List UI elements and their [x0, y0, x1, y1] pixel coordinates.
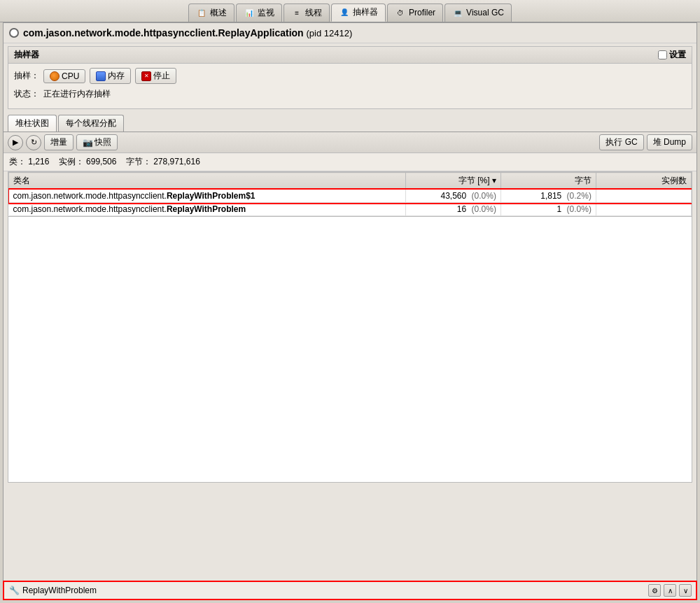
settings-label: 设置	[669, 49, 686, 61]
col-header-bytes[interactable]: 字节	[500, 173, 596, 190]
data-table: 类名 字节 [%] ▾ 字节 实例数 com.jason.net	[8, 172, 692, 216]
row2-name-bold: ReplayWithProblem	[167, 204, 246, 214]
tab-overview[interactable]: 📋 概述	[188, 3, 234, 22]
table-wrapper: 类名 字节 [%] ▾ 字节 实例数 com.jason.net	[8, 171, 692, 217]
instances-value: 699,506	[86, 157, 116, 166]
arrow-down-button[interactable]: ∨	[679, 584, 692, 597]
row1-bytes-pct2: (0.2%)	[567, 191, 592, 201]
col-name-label: 类名	[13, 176, 30, 185]
status-label: 状态：	[14, 88, 39, 100]
tab-threads[interactable]: ≡ 线程	[284, 3, 330, 22]
arrow-up-button[interactable]: ∧	[664, 584, 676, 597]
sampler-icon: 👤	[339, 7, 350, 18]
classes-label: 类：	[9, 157, 26, 166]
bottom-label: ReplayWithProblem	[22, 586, 97, 595]
gc-button[interactable]: 执行 GC	[599, 134, 643, 150]
monitor-icon: 📊	[244, 7, 255, 18]
app-name: com.jason.network.mode.httpasyncclient.R…	[23, 27, 304, 38]
row2-instances	[596, 203, 691, 216]
tab-per-thread[interactable]: 每个线程分配	[58, 115, 124, 132]
row1-name-bold: ReplayWithProblem$1	[167, 191, 255, 201]
tab-heap-histogram[interactable]: 堆柱状图	[8, 115, 57, 132]
col-header-name[interactable]: 类名	[9, 173, 406, 190]
row1-bytes-pct-val: 43,560	[441, 191, 467, 201]
increase-button[interactable]: 增量	[44, 134, 74, 150]
row1-bytes: 1,815 (0.2%)	[500, 190, 596, 203]
title-bar: com.jason.network.mode.httpasyncclient.R…	[4, 23, 696, 43]
row2-bytes-pct: 16 (0.0%)	[405, 203, 500, 216]
row2-bytes-pct-pct: (0.0%)	[472, 204, 496, 214]
bottom-bar: 🔧 ReplayWithProblem ⚙ ∧ ∨	[3, 581, 697, 600]
stop-icon: ✕	[141, 71, 151, 81]
sampler-body: 抽样： CPU 内存 ✕ 停止 状态： 正在进行内存抽样	[8, 64, 692, 108]
tab-sampler[interactable]: 👤 抽样器	[331, 3, 386, 22]
inner-tabs: 堆柱状图 每个线程分配	[4, 112, 696, 132]
tab-visual-gc[interactable]: 💻 Visual GC	[444, 3, 512, 22]
tab-overview-label: 概述	[210, 7, 227, 19]
toolbar-right: 执行 GC 堆 Dump	[599, 134, 692, 150]
tab-threads-label: 线程	[305, 7, 322, 19]
bytes-value: 278,971,616	[153, 157, 200, 166]
settings-small-button[interactable]: ⚙	[648, 584, 661, 597]
row1-name: com.jason.network.mode.httpasyncclient.R…	[9, 190, 406, 203]
col-header-instances[interactable]: 实例数	[596, 173, 691, 190]
cpu-icon	[50, 71, 59, 81]
bytes-label: 字节：	[126, 157, 151, 166]
sampler-header: 抽样器 设置	[8, 47, 692, 64]
col-header-bytes-pct[interactable]: 字节 [%] ▾	[405, 173, 500, 190]
tab-profiler[interactable]: ⏱ Profiler	[387, 3, 443, 22]
col-bytes-label: 字节	[575, 176, 592, 185]
refresh-button[interactable]: ↻	[26, 135, 41, 150]
row1-instances	[596, 190, 691, 203]
bottom-item: 🔧 ReplayWithProblem	[8, 585, 97, 596]
row2-bytes-pct2: (0.0%)	[567, 204, 592, 214]
tab-visual-gc-label: Visual GC	[466, 8, 504, 17]
stop-btn-label: 停止	[153, 70, 170, 82]
table-row[interactable]: com.jason.network.mode.httpasyncclient.R…	[9, 190, 692, 203]
status-value: 正在进行内存抽样	[43, 88, 111, 100]
status-row: 状态： 正在进行内存抽样	[14, 88, 686, 100]
tab-per-thread-label: 每个线程分配	[66, 118, 116, 128]
sampling-label: 抽样：	[14, 70, 39, 82]
memory-button[interactable]: 内存	[90, 68, 131, 84]
app-circle-icon	[9, 28, 19, 38]
tab-heap-histogram-label: 堆柱状图	[15, 118, 49, 128]
profiler-icon: ⏱	[395, 7, 406, 18]
row1-bytes-val: 1,815	[540, 191, 561, 201]
sampling-row: 抽样： CPU 内存 ✕ 停止	[14, 68, 686, 84]
row1-name-prefix: com.jason.network.mode.httpasyncclient.	[13, 191, 167, 201]
increase-label: 增量	[50, 136, 67, 148]
app-pid: (pid 12412)	[307, 28, 353, 38]
toolbar: ▶ ↻ 增量 📷 快照 执行 GC 堆 Dump	[4, 132, 696, 153]
row2-name-prefix: com.jason.network.mode.httpasyncclient.	[13, 204, 167, 214]
snapshot-icon: 📷	[83, 138, 92, 148]
table-row[interactable]: com.jason.network.mode.httpasyncclient.R…	[9, 203, 692, 216]
cpu-button[interactable]: CPU	[43, 69, 85, 83]
tab-profiler-label: Profiler	[409, 8, 435, 17]
sampler-title: 抽样器	[14, 49, 39, 61]
col-instances-label: 实例数	[662, 176, 687, 185]
row2-name: com.jason.network.mode.httpasyncclient.R…	[9, 203, 406, 216]
row1-bytes-pct: 43,560 (0.0%)	[405, 190, 500, 203]
cpu-btn-label: CPU	[62, 71, 79, 81]
snapshot-button[interactable]: 📷 快照	[76, 134, 118, 150]
heap-dump-label: 堆 Dump	[653, 136, 686, 148]
instances-label: 实例：	[59, 157, 84, 166]
memory-icon	[96, 71, 106, 81]
bottom-right-icons: ⚙ ∧ ∨	[648, 584, 692, 597]
heap-dump-button[interactable]: 堆 Dump	[647, 134, 692, 150]
tab-bar: 📋 概述 📊 监视 ≡ 线程 👤 抽样器 ⏱ Profiler 💻 Visual…	[0, 0, 700, 22]
row1-bytes-pct-pct: (0.0%)	[472, 191, 496, 201]
stop-button[interactable]: ✕ 停止	[135, 68, 176, 84]
settings-checkbox[interactable]: 设置	[658, 49, 686, 61]
tab-monitor[interactable]: 📊 监视	[236, 3, 282, 22]
settings-check[interactable]	[658, 50, 667, 59]
memory-btn-label: 内存	[108, 70, 125, 82]
row2-bytes-val: 1	[557, 204, 562, 214]
visual-gc-icon: 💻	[452, 7, 463, 18]
app-title: com.jason.network.mode.httpasyncclient.R…	[23, 27, 352, 38]
play-button[interactable]: ▶	[8, 135, 23, 150]
col-bytes-pct-label: 字节 [%] ▾	[458, 176, 496, 185]
tab-sampler-label: 抽样器	[353, 6, 378, 18]
snapshot-label: 快照	[94, 136, 111, 148]
